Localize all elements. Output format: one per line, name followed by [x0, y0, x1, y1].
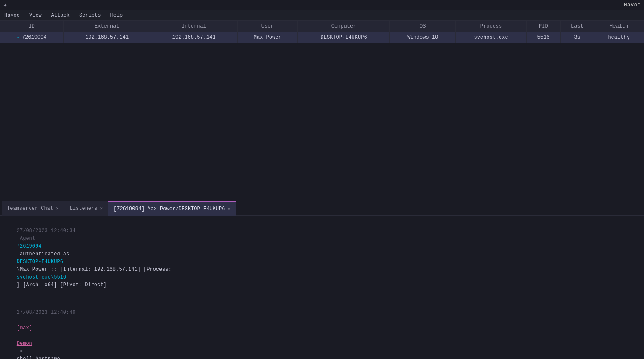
col-external: External: [64, 21, 150, 32]
session-table: ID External Internal User Computer OS Pr…: [0, 21, 644, 43]
table-header-row: ID External Internal User Computer OS Pr…: [0, 21, 644, 32]
col-process: Process: [456, 21, 527, 32]
tab-session-close[interactable]: ✕: [227, 206, 230, 212]
tabs-bar: Teamserver Chat ✕ Listeners ✕ [72619094]…: [0, 201, 644, 216]
menu-bar: Havoc View Attack Scripts Help: [0, 10, 644, 21]
rest2-1: ] [Arch: x64] [Pivot: Direct]: [17, 282, 107, 288]
auth-text-1: authenticated as: [17, 251, 73, 257]
col-computer: Computer: [297, 21, 389, 32]
tab-listeners-label: Listeners: [70, 206, 98, 212]
console-container: 27/08/2023 12:40:34 Agent 72619094 authe…: [0, 216, 644, 359]
cell-computer: DESKTOP-E4UKUP6: [297, 32, 389, 43]
col-pid: PID: [527, 21, 561, 32]
menu-scripts[interactable]: Scripts: [77, 12, 102, 19]
title-bar-title: Havoc: [624, 2, 641, 8]
title-bar-left: ✦: [3, 1, 7, 9]
svchost-1: svchost.exe\5516: [17, 274, 66, 280]
title-bar: ✦ Havoc: [0, 0, 644, 10]
tab-session-label: [72619094] Max Power/DESKTOP-E4UKUP6: [113, 206, 225, 212]
console-line-cmd1: 27/08/2023 12:40:49 [max] Demon » shell …: [4, 301, 640, 359]
demon-link-2[interactable]: Demon: [17, 341, 32, 347]
user-label-2: [17, 317, 20, 323]
col-health: Health: [594, 21, 644, 32]
cell-internal: 192.168.57.141: [150, 32, 237, 43]
tab-teamserver-chat-label: Teamserver Chat: [7, 206, 53, 212]
tab-teamserver-chat[interactable]: Teamserver Chat ✕: [2, 201, 64, 216]
col-internal: Internal: [150, 21, 237, 32]
menu-attack[interactable]: Attack: [49, 12, 71, 19]
cell-health: healthy: [594, 32, 644, 43]
cell-external: 192.168.57.141: [64, 32, 150, 43]
command-2: shell hostname: [17, 356, 60, 359]
desktop-1: DESKTOP-E4UKUP6: [17, 259, 63, 265]
cell-os: Windows 10: [390, 32, 456, 43]
console-blank-1: [4, 297, 640, 301]
timestamp-2: 27/08/2023 12:40:49: [17, 310, 76, 316]
arrow-2: »: [17, 348, 26, 354]
cell-last: 3s: [560, 32, 594, 43]
user-2: [max]: [17, 325, 32, 331]
menu-view[interactable]: View: [28, 12, 43, 19]
col-id: ID: [0, 21, 64, 32]
agent-id-1: 72619094: [17, 243, 42, 249]
tab-teamserver-chat-close[interactable]: ✕: [56, 206, 59, 211]
cell-user: Max Power: [237, 32, 297, 43]
tab-session[interactable]: [72619094] Max Power/DESKTOP-E4UKUP6 ✕: [108, 201, 236, 216]
cell-pid: 5516: [527, 32, 561, 43]
menu-help[interactable]: Help: [108, 12, 124, 19]
col-os: OS: [390, 21, 456, 32]
col-user: User: [237, 21, 297, 32]
agent-label-1: Agent: [17, 236, 38, 242]
session-icon: ⇒: [17, 35, 19, 40]
rest-1: \Max Power :: [Internal: 192.168.57.141]…: [17, 267, 175, 273]
timestamp-1: 27/08/2023 12:40:34: [17, 228, 76, 234]
cell-process: svchost.exe: [456, 32, 527, 43]
session-table-container: ID External Internal User Computer OS Pr…: [0, 21, 644, 201]
cell-icon: ⇒72619094: [0, 32, 64, 43]
cell-id: 72619094: [22, 34, 47, 40]
tab-listeners[interactable]: Listeners ✕: [64, 201, 108, 216]
menu-havoc[interactable]: Havoc: [3, 12, 21, 19]
col-last: Last: [560, 21, 594, 32]
app-logo-icon: ✦: [3, 1, 7, 9]
space-2: [17, 333, 20, 339]
tab-listeners-close[interactable]: ✕: [100, 206, 103, 211]
console-line-auth: 27/08/2023 12:40:34 Agent 72619094 authe…: [4, 219, 640, 297]
table-row[interactable]: ⇒72619094 192.168.57.141 192.168.57.141 …: [0, 32, 644, 43]
session-table-body: ⇒72619094 192.168.57.141 192.168.57.141 …: [0, 32, 644, 43]
